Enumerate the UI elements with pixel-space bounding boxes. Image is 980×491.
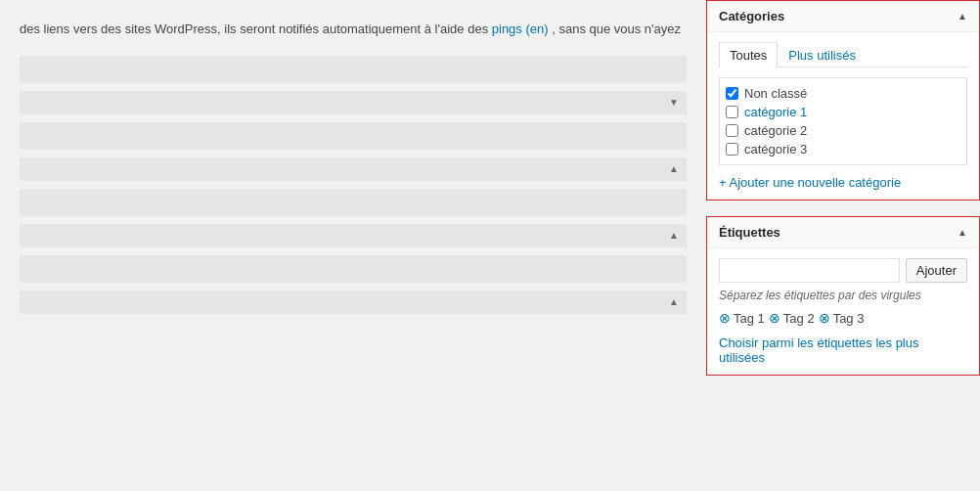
list-item: ⊗Tag 3 — [819, 310, 865, 326]
tag-label: Tag 1 — [734, 311, 765, 326]
section-bar-4[interactable]: ▲ — [20, 290, 687, 314]
choose-tags-link[interactable]: Choisir parmi les étiquettes les plus ut… — [719, 335, 967, 365]
list-item: catégorie 3 — [726, 140, 960, 158]
add-tag-button[interactable]: Ajouter — [906, 258, 967, 283]
section-bar-2[interactable]: ▲ — [20, 157, 687, 181]
tag-list: ⊗Tag 1⊗Tag 2⊗Tag 3 — [719, 310, 967, 326]
gray-bar-1 — [20, 56, 687, 83]
tag-input[interactable] — [719, 258, 900, 283]
category-label-non-classe: Non classé — [744, 86, 807, 101]
gray-bar-4 — [20, 255, 687, 283]
category-checkbox-non-classe[interactable] — [726, 87, 738, 100]
section-bar-1[interactable]: ▼ — [20, 91, 687, 114]
list-item: catégorie 1 — [726, 103, 960, 121]
arrow-up-icon-2: ▲ — [669, 163, 679, 174]
pings-link[interactable]: pings (en) — [492, 22, 549, 36]
category-checkbox-cat2[interactable] — [726, 124, 738, 137]
intro-paragraph: des liens vers des sites WordPress, ils … — [20, 20, 687, 40]
tags-panel-title: Étiquettes — [719, 225, 780, 240]
tags-panel-body: Ajouter Séparez les étiquettes par des v… — [707, 248, 979, 375]
section-2: ▲ — [20, 122, 687, 181]
sidebar: Catégories ▲ Toutes Plus utilisés Non cl… — [706, 0, 980, 491]
list-item: catégorie 2 — [726, 121, 960, 140]
categories-toggle-icon[interactable]: ▲ — [958, 11, 967, 22]
tag-remove-icon[interactable]: ⊗ — [819, 310, 830, 326]
tag-input-row: Ajouter — [719, 258, 967, 283]
category-label-cat3: catégorie 3 — [744, 142, 807, 156]
category-label-cat2: catégorie 2 — [744, 123, 807, 138]
category-checkbox-cat1[interactable] — [726, 106, 738, 118]
tag-remove-icon[interactable]: ⊗ — [769, 310, 780, 326]
tag-label: Tag 3 — [833, 311, 865, 326]
categories-panel: Catégories ▲ Toutes Plus utilisés Non cl… — [706, 0, 980, 201]
tag-hint: Séparez les étiquettes par des virgules — [719, 289, 967, 302]
intro-text: des liens vers des sites WordPress, ils … — [20, 22, 488, 36]
categories-panel-header[interactable]: Catégories ▲ — [707, 1, 979, 32]
list-item: ⊗Tag 1 — [719, 310, 765, 326]
tags-toggle-icon[interactable]: ▲ — [958, 227, 967, 238]
list-item: Non classé — [726, 84, 960, 103]
categories-panel-title: Catégories — [719, 9, 784, 23]
tab-all[interactable]: Toutes — [719, 42, 778, 67]
category-checkbox-cat3[interactable] — [726, 143, 738, 156]
tab-most-used[interactable]: Plus utilisés — [778, 42, 867, 67]
arrow-up-icon-4: ▲ — [669, 296, 679, 307]
categories-panel-body: Toutes Plus utilisés Non classé catégori… — [707, 32, 979, 200]
section-1: ▼ — [20, 56, 687, 114]
list-item: ⊗Tag 2 — [769, 310, 815, 326]
tag-label: Tag 2 — [783, 311, 815, 326]
section-3: ▲ — [20, 189, 687, 247]
section-bar-3[interactable]: ▲ — [20, 224, 687, 247]
arrow-up-icon-3: ▲ — [669, 230, 679, 241]
gray-bar-3 — [20, 189, 687, 216]
categories-tabs: Toutes Plus utilisés — [719, 42, 967, 67]
tags-panel-header[interactable]: Étiquettes ▲ — [707, 217, 979, 248]
categories-list: Non classé catégorie 1 catégorie 2 catég… — [719, 77, 967, 165]
category-link-cat1[interactable]: catégorie 1 — [744, 105, 807, 119]
gray-bar-2 — [20, 122, 687, 150]
arrow-down-icon-1: ▼ — [669, 97, 679, 108]
section-4: ▲ — [20, 255, 687, 314]
tag-remove-icon[interactable]: ⊗ — [719, 310, 731, 326]
intro-text2: , sans que vous n'ayez — [552, 22, 681, 36]
tags-panel: Étiquettes ▲ Ajouter Séparez les étiquet… — [706, 216, 980, 376]
add-category-link[interactable]: + Ajouter une nouvelle catégorie — [719, 175, 967, 190]
